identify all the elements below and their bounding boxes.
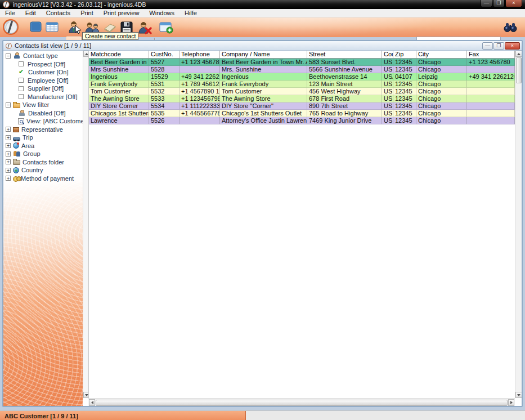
- table-scroll-left-button[interactable]: [89, 399, 95, 406]
- cell-zip[interactable]: 12345: [393, 88, 416, 95]
- form-view-icon[interactable]: [30, 21, 42, 33]
- tree-expander-plus-icon[interactable]: +: [6, 151, 11, 157]
- cell-coun[interactable]: US: [382, 95, 393, 102]
- table-hscroll-thumb[interactable]: [96, 400, 508, 406]
- cell-matchcode[interactable]: Best Beer Garden in TownM: [89, 59, 149, 66]
- tree-item-manufacturer-off[interactable]: Manufacturer [Off]: [3, 93, 83, 101]
- cell-telephone[interactable]: +1 789 4561230: [180, 81, 220, 88]
- table-row[interactable]: Chicagos 1st Shutters Outlet5535+1 44556…: [89, 110, 515, 117]
- maximize-button[interactable]: ❐: [493, 0, 505, 7]
- cell-custno[interactable]: 5531: [149, 81, 180, 88]
- cell-zip[interactable]: 12345: [393, 95, 416, 102]
- cell-city[interactable]: Chicago: [416, 59, 467, 66]
- column-header-telephone[interactable]: Telephone: [180, 51, 220, 58]
- tree-expander-minus-icon[interactable]: −: [6, 102, 11, 108]
- column-header-matchcode[interactable]: Matchcode: [89, 51, 149, 58]
- menu-windows[interactable]: Windows: [144, 9, 180, 17]
- table-horizontal-scrollbar[interactable]: [88, 398, 515, 406]
- cell-telephone[interactable]: +1 111222333: [180, 102, 220, 110]
- cell-street[interactable]: 456 West Highway: [307, 88, 382, 95]
- column-header-zip[interactable]: Zip: [393, 51, 416, 58]
- tree-expander-plus-icon[interactable]: +: [6, 168, 11, 173]
- table-row[interactable]: DIY Store Corner5534+1 111222333DIY Stor…: [89, 102, 515, 110]
- tree-item-prospect-off[interactable]: Prospect [Off]: [3, 60, 83, 69]
- tree-expander-minus-icon[interactable]: −: [6, 53, 11, 59]
- cell-fax[interactable]: [467, 102, 515, 110]
- delete-contact-icon[interactable]: [138, 21, 152, 34]
- tree-item-view-abc-customer[interactable]: View: [ABC Customer]: [3, 117, 83, 126]
- tree-expander-plus-icon[interactable]: +: [6, 176, 11, 181]
- eraser-icon[interactable]: [103, 23, 117, 33]
- cell-fax[interactable]: [467, 95, 515, 102]
- tree-item-country[interactable]: +Country: [3, 166, 83, 175]
- cell-fax[interactable]: [467, 81, 515, 88]
- cell-company-name[interactable]: Chicago's 1st Shutters Outlet: [220, 110, 307, 117]
- column-header-fax[interactable]: Fax: [467, 51, 515, 58]
- table-row[interactable]: Ingenious15529+49 341 226210IngeniousBee…: [89, 73, 515, 81]
- binoculars-icon[interactable]: [504, 22, 517, 33]
- tree-item-contacts-folder[interactable]: +Contacts folder: [3, 158, 83, 167]
- tree-scrollbar[interactable]: [83, 51, 88, 398]
- cell-street[interactable]: 765 Road to Highway: [307, 110, 382, 117]
- tree-item-customer-on[interactable]: Customer [On]: [3, 68, 83, 77]
- cell-city[interactable]: Chicago: [416, 88, 467, 95]
- cell-zip[interactable]: 12345: [393, 81, 416, 88]
- cell-custno[interactable]: 5527: [149, 59, 180, 66]
- tree-item-group[interactable]: +Group: [3, 150, 83, 158]
- cell-zip[interactable]: 12345: [393, 110, 416, 117]
- cell-zip[interactable]: 12345: [393, 59, 416, 66]
- tree-item-method-of-payment[interactable]: +Method of payment: [3, 175, 83, 183]
- cell-city[interactable]: Chicago: [416, 66, 467, 73]
- column-header-street[interactable]: Street: [307, 51, 382, 58]
- child-minimize-button[interactable]: —: [482, 42, 493, 50]
- cell-custno[interactable]: 5534: [149, 102, 180, 110]
- child-close-button[interactable]: ×: [505, 42, 520, 50]
- cell-matchcode[interactable]: Lawrence: [89, 117, 149, 124]
- cell-custno[interactable]: 5535: [149, 110, 180, 117]
- column-header-custno[interactable]: CustNo.: [149, 51, 180, 58]
- menu-contacts[interactable]: Contacts: [41, 9, 75, 17]
- cell-zip[interactable]: 12345: [393, 102, 416, 110]
- menu-print-preview[interactable]: Print preview: [98, 9, 145, 17]
- menu-hilfe[interactable]: Hilfe: [180, 9, 202, 17]
- cell-telephone[interactable]: +49 341 226210: [180, 73, 220, 81]
- child-titlebar[interactable]: Contacts list view [1 / 9 / 11] — ❐ ×: [3, 41, 522, 51]
- cell-fax[interactable]: [467, 88, 515, 95]
- cell-city[interactable]: Chicago: [416, 117, 467, 124]
- tree-item-representative[interactable]: +Representative: [3, 126, 83, 134]
- table-row[interactable]: Tom Customer5532+1 4567890 123Tom Custom…: [89, 88, 515, 95]
- cell-custno[interactable]: 15529: [149, 73, 180, 81]
- column-header-company-name[interactable]: Company / Name: [220, 51, 307, 58]
- cell-fax[interactable]: [467, 117, 515, 124]
- table-scroll-down-button[interactable]: [515, 392, 522, 398]
- cell-matchcode[interactable]: Chicagos 1st Shutters Outlet: [89, 110, 149, 117]
- new-window-icon[interactable]: [159, 22, 173, 34]
- tree-expander-plus-icon[interactable]: +: [6, 135, 11, 140]
- cell-fax[interactable]: [467, 110, 515, 117]
- tree-item-disabled-off[interactable]: Disabled [Off]: [3, 109, 83, 118]
- table-vscroll-thumb[interactable]: [516, 57, 522, 83]
- cell-matchcode[interactable]: Mrs Sunshine: [89, 66, 149, 73]
- cell-coun[interactable]: USA: [382, 73, 393, 81]
- table-scroll-up-button[interactable]: [515, 51, 522, 57]
- cell-zip[interactable]: 12345: [393, 117, 416, 124]
- cell-company-name[interactable]: Mrs. Sunshine: [220, 66, 307, 73]
- table-row[interactable]: Mrs Sunshine5528Mrs. Sunshine5566 Sunshi…: [89, 66, 515, 73]
- column-header-coun[interactable]: Coun: [382, 51, 393, 58]
- tree-expander-plus-icon[interactable]: +: [6, 143, 11, 148]
- cell-coun[interactable]: US: [382, 81, 393, 88]
- menu-file[interactable]: File: [0, 9, 20, 17]
- cell-city[interactable]: Chicago: [416, 102, 467, 110]
- cell-street[interactable]: 678 First Road: [307, 95, 382, 102]
- child-restore-button[interactable]: ❐: [493, 42, 504, 50]
- close-button[interactable]: ×: [505, 0, 522, 7]
- cell-coun[interactable]: US: [382, 117, 393, 124]
- tree-item-contact-type[interactable]: −Contact type: [3, 52, 83, 60]
- table-row[interactable]: Lawrence5526Attorney's Office Justin Law…: [89, 117, 515, 124]
- cell-telephone[interactable]: +1 123 456789: [180, 59, 220, 66]
- cell-fax[interactable]: +49 341 2262120: [467, 73, 515, 81]
- table-row[interactable]: The Awning Store5533+1 123456798The Awni…: [89, 95, 515, 102]
- cell-company-name[interactable]: The Awning Store: [220, 95, 307, 102]
- cell-company-name[interactable]: Tom Customer: [220, 88, 307, 95]
- cell-zip[interactable]: 12345: [393, 66, 416, 73]
